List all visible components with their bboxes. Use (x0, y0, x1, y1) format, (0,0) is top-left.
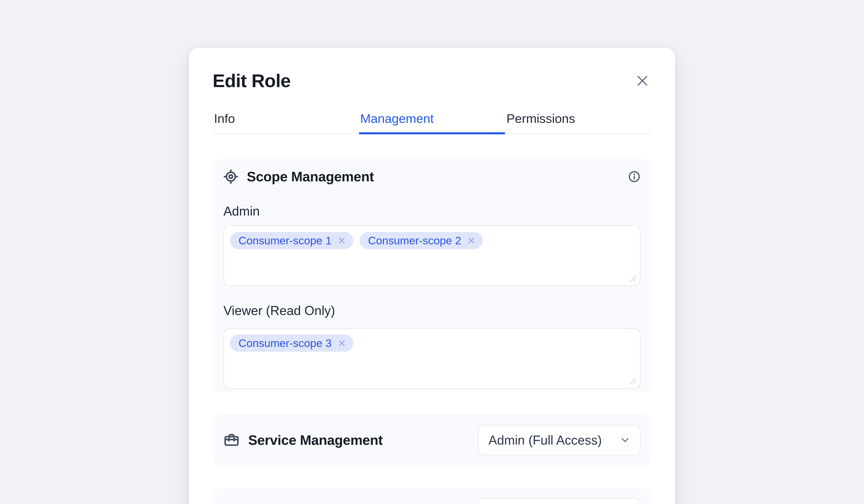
close-icon (635, 73, 650, 88)
tab-label: Management (360, 111, 434, 125)
tab-management[interactable]: Management (359, 111, 505, 133)
admin-field-label: Admin (224, 203, 640, 219)
scope-chip: Consumer-scope 1 (230, 232, 353, 249)
edit-role-modal: Edit Role Info Management Permissions (189, 48, 675, 504)
next-section-select[interactable] (478, 498, 640, 504)
service-management-card: Service Management Admin (Full Access) (213, 414, 651, 466)
chip-label: Consumer-scope 3 (239, 338, 332, 349)
scope-card-header: Scope Management (224, 169, 640, 184)
info-button[interactable] (628, 170, 640, 183)
remove-x-icon (467, 236, 476, 245)
service-card-title: Service Management (248, 432, 383, 448)
scope-card-title: Scope Management (247, 169, 374, 184)
chevron-down-icon (619, 434, 631, 446)
tab-label: Info (214, 111, 235, 125)
resize-grip-icon (628, 376, 638, 386)
next-section-card-partial (213, 489, 651, 504)
tab-label: Permissions (506, 111, 575, 125)
remove-chip-button[interactable] (337, 236, 347, 245)
info-circle-icon (628, 170, 640, 183)
scope-chip: Consumer-scope 3 (230, 335, 353, 352)
tab-bar: Info Management Permissions (213, 111, 651, 134)
crosshair-target-icon (224, 169, 238, 184)
service-card-header: Service Management (224, 432, 383, 448)
briefcase-icon (224, 432, 240, 448)
remove-x-icon (337, 236, 347, 245)
tab-permissions[interactable]: Permissions (505, 111, 651, 133)
scope-management-card: Scope Management Admin Consumer-scope 1 (213, 159, 651, 392)
selected-option-label: Admin (Full Access) (489, 433, 602, 447)
viewer-scope-input[interactable]: Consumer-scope 3 (224, 328, 640, 389)
service-access-select[interactable]: Admin (Full Access) (478, 425, 640, 455)
resize-handle[interactable] (628, 376, 638, 386)
chip-label: Consumer-scope 2 (368, 235, 461, 246)
tab-info[interactable]: Info (213, 111, 359, 133)
viewer-field-label: Viewer (Read Only) (224, 303, 640, 318)
remove-chip-button[interactable] (337, 338, 347, 348)
admin-scope-input[interactable]: Consumer-scope 1 Consumer-scope 2 (224, 226, 640, 286)
chip-label: Consumer-scope 1 (239, 235, 332, 246)
resize-handle[interactable] (628, 273, 638, 283)
remove-x-icon (337, 338, 347, 348)
resize-grip-icon (628, 273, 638, 283)
page-title: Edit Role (213, 70, 290, 91)
modal-header: Edit Role (213, 70, 651, 91)
close-button[interactable] (633, 72, 651, 90)
scope-chip: Consumer-scope 2 (360, 232, 483, 249)
remove-chip-button[interactable] (467, 236, 476, 245)
